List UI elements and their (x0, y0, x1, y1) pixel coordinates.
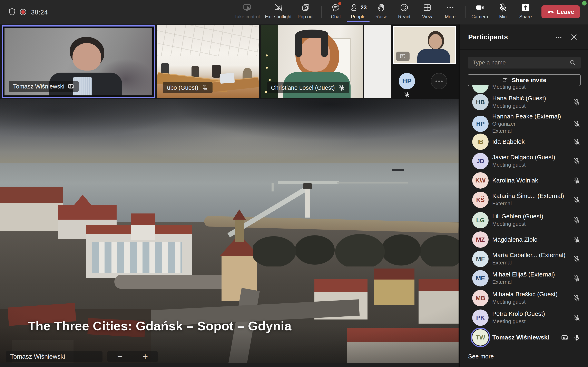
participant-name: Katarina Šimu... (External) (492, 192, 566, 200)
mic-off-icon[interactable] (573, 217, 580, 224)
toolbar-divider (465, 6, 466, 18)
participant-name: María Caballer... (External) (492, 252, 566, 259)
toolbar-divider (321, 6, 321, 18)
share-button[interactable]: Share (519, 3, 532, 20)
more-button[interactable]: More (445, 3, 456, 20)
video-tile-blank[interactable] (364, 25, 391, 98)
mic-off-icon[interactable] (573, 177, 580, 184)
pop-out-button[interactable]: Pop out (297, 3, 314, 20)
avatar: KW (472, 172, 489, 189)
meeting-toolbar: 38:24 Take control Exit spotlight Pop ou… (0, 0, 588, 25)
participants-list: Meeting guest HB Hana Babić (Guest)Meeti… (460, 25, 588, 367)
zoom-controls: − + (107, 351, 158, 362)
chat-button[interactable]: Chat (331, 3, 341, 20)
presenter-icon (68, 83, 75, 90)
video-tile-christiane[interactable]: Christiane Lösel (Guest) (261, 25, 363, 98)
recording-indicator-icon (19, 8, 27, 16)
mic-off-icon[interactable] (573, 99, 580, 106)
avatar: HP (472, 116, 489, 132)
overflow-more-avatars[interactable] (431, 73, 447, 89)
participant-name: Mihaela Breškić (Guest) (492, 291, 566, 298)
video-tile-ubo[interactable]: ubo (Guest) (157, 25, 259, 98)
participant-row[interactable]: HB Hana Babić (Guest)Meeting guest (460, 92, 588, 112)
avatar: KŠ (472, 192, 489, 208)
participant-role: Organizer (492, 121, 566, 127)
mic-off-icon[interactable] (573, 314, 580, 322)
zoom-in-button[interactable]: + (143, 352, 148, 361)
participant-name: Ida Bąbelek (492, 138, 566, 145)
participant-row[interactable]: MB Mihaela Breškić (Guest)Meeting guest (460, 288, 588, 308)
slide-title: The Three Cities: Gdańsk – Sopot – Gdyni… (28, 319, 292, 333)
mic-off-icon[interactable] (573, 275, 580, 282)
mic-off-icon (338, 84, 345, 91)
participant-role: External (492, 200, 566, 207)
presenter-label: Tomasz Wiśniewski (6, 351, 103, 362)
self-view-video[interactable] (393, 26, 456, 64)
mic-off-icon[interactable] (573, 256, 580, 263)
avatar: MZ (472, 231, 489, 248)
camera-button[interactable]: Camera (471, 3, 488, 20)
stage-bottom-strip (0, 363, 458, 367)
mic-off-icon[interactable] (573, 196, 580, 204)
mic-off-icon (403, 91, 410, 98)
mic-button[interactable]: Mic (498, 3, 508, 20)
participant-row[interactable]: KŠ Katarina Šimu... (External)External (460, 190, 588, 210)
people-icon (350, 3, 359, 12)
mic-off-icon[interactable] (573, 236, 580, 243)
exit-spotlight-button[interactable]: Exit spotlight (265, 3, 292, 20)
participant-row[interactable]: MZ Magdalena Zioło (460, 230, 588, 249)
participant-row-clipped: Meeting guest (460, 85, 588, 93)
people-button[interactable]: 23 People (350, 3, 367, 20)
participant-row-self[interactable]: TW Tomasz Wiśniewski (460, 328, 588, 347)
take-control-button: Take control (234, 3, 260, 20)
see-more-link[interactable]: See more (468, 353, 494, 360)
people-count-badge: 23 (361, 4, 367, 11)
mic-off-icon[interactable] (573, 138, 580, 146)
shared-screen-stage[interactable]: The Three Cities: Gdańsk – Sopot – Gdyni… (0, 99, 458, 363)
mic-off-icon[interactable] (573, 158, 580, 165)
avatar-speaking: TW (472, 329, 489, 346)
participant-role: Meeting guest (492, 103, 566, 109)
participant-name: Javier Delgado (Guest) (492, 154, 566, 161)
participant-name: Hana Babić (Guest) (492, 95, 566, 102)
meeting-timer: 38:24 (31, 9, 48, 16)
overflow-avatar-hp[interactable]: HP (399, 73, 415, 89)
video-tile-tomasz[interactable]: Tomasz Wiśniewski (2, 25, 155, 98)
avatar: IB (472, 133, 489, 150)
system-camera-indicator (582, 1, 587, 6)
mic-on-icon[interactable] (573, 334, 580, 341)
participant-row[interactable]: ME Mihael Elijaš (External)External (460, 268, 588, 288)
participant-role: Meeting guest (492, 318, 566, 325)
participant-row[interactable]: LG Lili Gehlen (Guest)Meeting guest (460, 210, 588, 230)
mic-off-icon[interactable] (573, 295, 580, 302)
avatar: LG (472, 212, 489, 228)
raise-hand-button[interactable]: Raise (375, 3, 388, 20)
participant-name: Magdalena Zioło (492, 236, 566, 243)
participant-row[interactable]: IB Ida Bąbelek (460, 132, 588, 151)
participant-role: Meeting guest (492, 162, 566, 168)
tile-name-tag: Tomasz Wiśniewski (9, 81, 79, 92)
view-button[interactable]: View (422, 3, 432, 20)
participant-row[interactable]: PK Petra Krolo (Guest)Meeting guest (460, 308, 588, 327)
participant-role: External (492, 279, 566, 285)
tile-name-tag: Christiane Lösel (Guest) (267, 82, 349, 93)
participant-row[interactable]: JD Javier Delgado (Guest)Meeting guest (460, 151, 588, 171)
self-presenting-badge (396, 52, 410, 61)
participant-name: Lili Gehlen (Guest) (492, 213, 566, 220)
leave-button[interactable]: Leave (541, 5, 580, 18)
zoom-out-button[interactable]: − (117, 352, 123, 361)
participant-name: Hannah Peake (External) (492, 113, 566, 120)
phone-hangup-icon (547, 8, 554, 16)
avatar: MB (472, 290, 489, 306)
shield-icon (7, 7, 17, 17)
participant-row[interactable]: MF María Caballer... (External)External (460, 249, 588, 269)
tile-name-tag: ubo (Guest) (163, 82, 213, 93)
mic-off-icon[interactable] (573, 120, 580, 128)
participant-name: Tomasz Wiśniewski (492, 334, 566, 341)
participant-row[interactable]: KW Karolina Wolniak (460, 171, 588, 190)
react-button[interactable]: React (398, 3, 410, 20)
presenter-icon (399, 53, 406, 59)
presenter-icon (561, 334, 569, 342)
participant-name: Petra Krolo (Guest) (492, 310, 566, 317)
chat-unread-badge (338, 2, 341, 5)
